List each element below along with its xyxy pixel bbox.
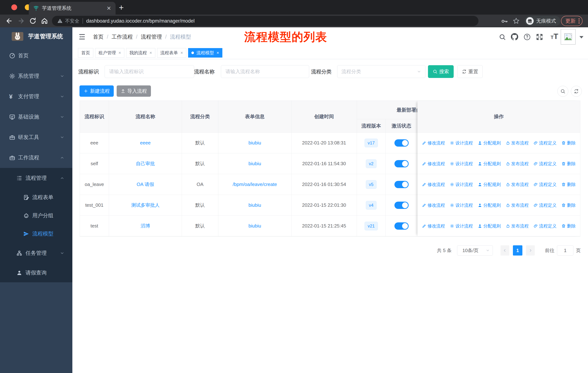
publish-process-link[interactable]: 发布流程 (506, 181, 529, 187)
cell-form-link[interactable]: biubiu (218, 133, 292, 153)
process-name-input[interactable] (221, 65, 309, 78)
avatar-caret-icon[interactable] (579, 36, 583, 39)
sidebar-item-process-mgmt[interactable]: 流程管理 (0, 168, 72, 188)
close-icon[interactable]: × (180, 50, 183, 55)
goto-page-input[interactable] (557, 245, 573, 255)
delete-link[interactable]: 删除 (561, 161, 576, 167)
sidebar-item-devtools[interactable]: 研发工具 (0, 127, 72, 148)
browser-tab[interactable]: 芋道管理系统 ✕ (29, 2, 116, 15)
sidebar-item-home[interactable]: 首页 (0, 46, 72, 66)
window-close-button[interactable] (11, 4, 17, 10)
tag-process-model[interactable]: 流程模型× (188, 48, 222, 58)
cell-name-link[interactable]: 测试多审批人 (109, 195, 182, 216)
version-tag[interactable]: v17 (365, 139, 378, 147)
edit-process-link[interactable]: 修改流程 (422, 223, 445, 229)
version-tag[interactable]: v21 (365, 222, 378, 230)
cell-form-link[interactable]: biubiu (218, 153, 292, 174)
font-size-icon[interactable]: TT (551, 32, 558, 41)
create-process-button[interactable]: 新建流程 (79, 85, 114, 97)
cell-name-link[interactable]: 自己审批 (109, 153, 182, 174)
assign-rule-link[interactable]: 分配规则 (478, 140, 501, 146)
page-size-select[interactable]: 10条/页 (457, 245, 493, 255)
github-icon[interactable] (511, 33, 518, 40)
cell-name-link[interactable]: OA 请假 (109, 174, 182, 195)
delete-link[interactable]: 删除 (561, 223, 576, 229)
publish-process-link[interactable]: 发布流程 (506, 161, 529, 167)
breadcrumb-home[interactable]: 首页 (93, 33, 104, 40)
process-id-input[interactable] (105, 65, 194, 78)
browser-update-menu[interactable]: 更新 (561, 16, 583, 26)
active-toggle[interactable] (394, 202, 409, 209)
tab-close-icon[interactable]: ✕ (107, 5, 111, 11)
sidebar-fold-icon[interactable] (78, 33, 86, 41)
breadcrumb-workflow[interactable]: 工作流程 (112, 33, 133, 40)
sidebar-item-leave-query[interactable]: 请假查询 (0, 263, 72, 282)
delete-link[interactable]: 删除 (561, 140, 576, 146)
sidebar-item-workflow[interactable]: 工作流程 (0, 148, 72, 168)
cell-form-link[interactable]: biubiu (218, 195, 292, 216)
assign-rule-link[interactable]: 分配规则 (478, 223, 501, 229)
page-number-current[interactable]: 1 (513, 245, 522, 255)
assign-rule-link[interactable]: 分配规则 (478, 202, 501, 208)
new-tab-button[interactable]: + (119, 2, 124, 12)
back-icon[interactable] (5, 17, 13, 25)
tag-home[interactable]: 首页 (78, 48, 93, 58)
sidebar-item-payment[interactable]: ¥ 支付管理 (0, 86, 72, 107)
sidebar-logo[interactable]: 芋道管理系统 (0, 27, 72, 46)
design-process-link[interactable]: 设计流程 (450, 161, 473, 167)
cell-name-link[interactable]: 滔博 (109, 216, 182, 236)
version-tag[interactable]: v5 (366, 180, 377, 189)
sidebar-item-user-group[interactable]: 用户分组 (0, 207, 72, 225)
reset-button[interactable]: 重置 (457, 65, 483, 78)
active-toggle[interactable] (394, 181, 409, 188)
edit-process-link[interactable]: 修改流程 (422, 181, 445, 187)
close-icon[interactable]: × (118, 50, 121, 55)
delete-link[interactable]: 删除 (561, 202, 576, 208)
design-process-link[interactable]: 设计流程 (450, 202, 473, 208)
edit-process-link[interactable]: 修改流程 (422, 140, 445, 146)
publish-process-link[interactable]: 发布流程 (506, 140, 529, 146)
avatar[interactable] (561, 29, 576, 45)
bookmark-star-icon[interactable] (513, 17, 520, 25)
edit-process-link[interactable]: 修改流程 (422, 202, 445, 208)
sidebar-item-task-mgmt[interactable]: 任务管理 (0, 243, 72, 263)
version-tag[interactable]: v2 (366, 159, 377, 168)
import-process-button[interactable]: 导入流程 (117, 85, 151, 97)
toggle-search-button[interactable] (557, 86, 568, 97)
sidebar-item-process-model[interactable]: 流程模型 (0, 225, 72, 243)
version-tag[interactable]: v4 (366, 201, 377, 210)
active-toggle[interactable] (394, 139, 409, 147)
process-definition-link[interactable]: 流程定义 (534, 223, 557, 229)
reload-icon[interactable] (29, 17, 36, 25)
address-bar[interactable]: 不安全 dashboard.yudao.iocoder.cn/bpm/manag… (52, 16, 478, 26)
tag-tenant[interactable]: 租户管理× (95, 48, 124, 58)
forward-icon[interactable] (18, 17, 25, 25)
active-toggle[interactable] (394, 222, 409, 230)
cell-form-link[interactable]: /bpm/oa/leave/create (218, 174, 292, 195)
password-key-icon[interactable] (501, 17, 508, 25)
edit-process-link[interactable]: 修改流程 (422, 161, 445, 167)
help-icon[interactable] (524, 33, 531, 40)
search-button[interactable]: 搜索 (428, 65, 454, 78)
design-process-link[interactable]: 设计流程 (450, 140, 473, 146)
publish-process-link[interactable]: 发布流程 (506, 223, 529, 229)
assign-rule-link[interactable]: 分配规则 (478, 161, 501, 167)
incognito-badge[interactable]: 无痕模式 (525, 16, 560, 26)
prev-page-button[interactable] (501, 245, 509, 255)
cell-form-link[interactable]: biubiu (218, 216, 292, 236)
close-icon[interactable]: × (149, 50, 152, 55)
search-icon[interactable] (499, 33, 506, 40)
assign-rule-link[interactable]: 分配规则 (478, 181, 501, 187)
process-definition-link[interactable]: 流程定义 (534, 181, 557, 187)
design-process-link[interactable]: 设计流程 (450, 181, 473, 187)
refresh-table-button[interactable] (571, 86, 582, 97)
sidebar-item-process-form[interactable]: 流程表单 (0, 188, 72, 207)
sidebar-item-system[interactable]: 系统管理 (0, 66, 72, 86)
breadcrumb-process-mgmt[interactable]: 流程管理 (141, 33, 162, 40)
category-select[interactable]: 流程分类 (337, 65, 425, 78)
close-icon[interactable]: × (217, 50, 219, 55)
design-process-link[interactable]: 设计流程 (450, 223, 473, 229)
publish-process-link[interactable]: 发布流程 (506, 202, 529, 208)
sidebar-item-infrastructure[interactable]: 基础设施 (0, 107, 72, 127)
fullscreen-icon[interactable] (536, 33, 543, 40)
